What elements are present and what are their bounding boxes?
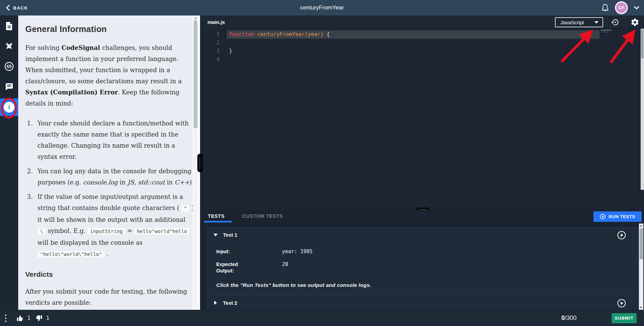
thumb-down-icon [35, 315, 43, 322]
expected-value: 20 [282, 261, 288, 274]
sidebar-item-info[interactable]: i [0, 98, 18, 116]
topbar-right-group: CF [601, 0, 639, 16]
language-value: JavaScript [560, 20, 584, 25]
bell-icon[interactable] [601, 4, 609, 12]
code-circle-icon [4, 62, 14, 71]
scrollbar-down-icon[interactable] [640, 307, 642, 308]
info-icon: i [4, 102, 15, 113]
back-label: BACK [13, 5, 28, 10]
dislike-count: 1 [46, 315, 49, 321]
list-item: If the value of some input/output argume… [35, 191, 194, 260]
test-title: Test 2 [223, 300, 237, 306]
vertical-resize-handle[interactable] [197, 154, 203, 172]
score-current: 0 [561, 315, 565, 321]
run-tests-button[interactable]: RUN TESTS [593, 211, 642, 222]
code-chip: hello"world"hello [134, 228, 190, 235]
code-line-1: function centuryFromYear(year) { [229, 30, 330, 39]
input-label: Input: [216, 248, 282, 255]
test-title: Test 1 [223, 232, 237, 238]
score-total: /300 [565, 315, 577, 321]
input-value: year: 1905 [282, 248, 312, 255]
line-number: 3 [200, 47, 220, 55]
code-line-4 [229, 55, 330, 64]
play-icon [617, 231, 626, 240]
code-line-2 [229, 39, 330, 47]
sidebar-item-editor-tools[interactable] [0, 37, 18, 55]
code-editor[interactable]: 1 2 3 4 function centuryFromYear(year) {… [200, 29, 644, 210]
code-chip: "hello\"world\"hello" [37, 251, 105, 258]
avatar[interactable]: CF [615, 1, 628, 14]
section-heading: Verdicts [25, 269, 194, 280]
list-item: Your code should declare a function/meth… [35, 118, 194, 162]
tab-custom-tests[interactable]: CUSTOM TESTS [242, 210, 283, 222]
line-number: 1 [200, 30, 220, 39]
tab-tests[interactable]: TESTS [208, 210, 225, 222]
run-test-2-button[interactable] [617, 299, 626, 308]
line-number: 2 [200, 39, 220, 47]
code-line-3: } [229, 47, 330, 55]
play-icon [617, 299, 626, 308]
code-content: function centuryFromYear(year) { } [229, 30, 330, 63]
play-icon [600, 214, 606, 219]
intro-paragraph: For solving CodeSignal challenges, you s… [25, 42, 194, 109]
list-item: You can log any data in the console for … [35, 166, 194, 188]
scrollbar-up-icon[interactable] [194, 17, 197, 19]
sidebar-item-comments[interactable] [0, 78, 18, 95]
details-list: Your code should declare a function/meth… [35, 118, 194, 260]
language-dropdown[interactable]: JavaScript [555, 17, 603, 27]
description-content: General Information For solving CodeSign… [25, 24, 194, 310]
test-2-card: Test 2 [207, 295, 639, 310]
settings-button[interactable] [631, 18, 639, 27]
like-button[interactable]: 1 [16, 315, 30, 322]
file-icon [5, 22, 13, 30]
submit-button[interactable]: SUBMIT [612, 313, 637, 323]
expected-output-label: Expected Output: [216, 261, 247, 274]
history-icon [611, 18, 619, 26]
description-panel: General Information For solving CodeSign… [18, 16, 200, 310]
code-editor-region: main.js JavaScript 1 2 3 4 function cent [200, 16, 644, 210]
verdicts-paragraph: After you submit your code for testing, … [25, 286, 194, 308]
run-test-1-button[interactable] [617, 231, 626, 240]
scrollbar-thumb[interactable] [640, 228, 643, 259]
test-1-card: Test 1 Input: year: 1905 Expected Output… [207, 227, 639, 294]
back-button[interactable]: BACK [0, 0, 34, 16]
history-button[interactable] [611, 18, 620, 27]
section-heading: General Information [25, 24, 194, 35]
editor-scrollbar[interactable] [641, 29, 644, 190]
tab-main-js[interactable]: main.js [200, 16, 233, 29]
tests-header: TESTS CUSTOM TESTS RUN TESTS [200, 210, 644, 224]
line-number: 4 [200, 55, 220, 64]
gear-icon [631, 18, 639, 27]
top-bar: BACK centuryFromYear CF [0, 0, 644, 16]
thumb-up-icon [16, 315, 24, 322]
tests-scrollbar[interactable] [639, 224, 643, 310]
sidebar-item-description[interactable] [0, 17, 18, 35]
tests-panel: TESTS CUSTOM TESTS RUN TESTS Test 1 Inpu… [200, 210, 644, 310]
chevron-down-icon[interactable] [634, 6, 639, 9]
test-input-row: Input: year: 1905 [216, 248, 312, 255]
test-2-header[interactable]: Test 2 [207, 296, 638, 310]
chat-icon [5, 82, 13, 91]
dislike-button[interactable]: 1 [35, 315, 49, 322]
editor-tab-bar: main.js JavaScript [200, 16, 644, 29]
active-tab-underline [204, 221, 232, 223]
scrollbar-thumb[interactable] [641, 29, 644, 58]
scrollbar-thumb[interactable] [194, 20, 197, 128]
back-chevron-icon [6, 5, 10, 11]
score-indicator: 0/300 [561, 315, 577, 322]
kebab-icon [5, 315, 6, 316]
scrollbar-up-icon[interactable] [640, 225, 642, 227]
chevron-down-icon [594, 21, 598, 24]
bottom-bar: 1 1 0/300 SUBMIT [0, 310, 644, 326]
run-tests-note: Click the "Run Tests" button to see outp… [216, 282, 371, 288]
sidebar-item-code[interactable] [0, 58, 18, 75]
page-title: centuryFromYear [0, 4, 644, 11]
test-1-header[interactable]: Test 1 [207, 228, 638, 242]
line-numbers: 1 2 3 4 [200, 30, 220, 63]
codesignal-challenge-app: BACK centuryFromYear CF i [0, 0, 644, 326]
toolbar-divider [626, 16, 626, 29]
more-options-button[interactable] [0, 310, 11, 326]
chevron-down-icon [214, 234, 218, 236]
code-chip: " [181, 205, 190, 212]
like-count: 1 [27, 315, 30, 321]
